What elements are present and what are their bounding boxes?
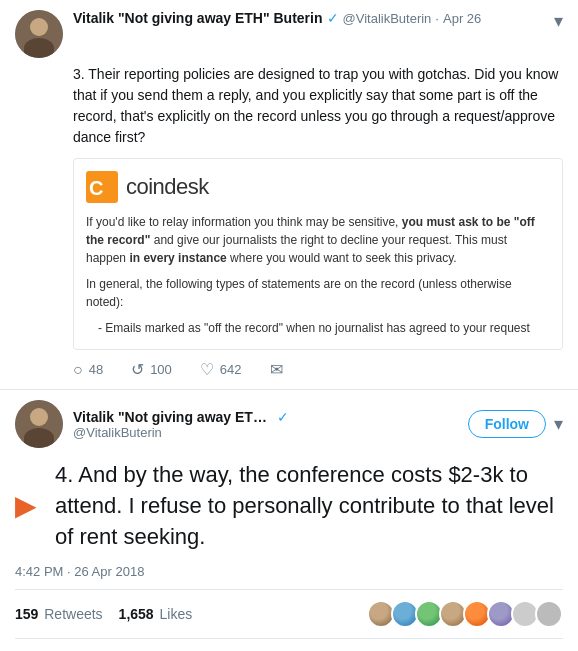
more-menu-2[interactable]: ▾	[554, 413, 563, 435]
tweet-1-actions: ○ 48 ↺ 100 ♡ 642 ✉	[73, 360, 563, 379]
tweet-big-text-2: ▶ 4. And by the way, the conference cost…	[15, 460, 563, 552]
verified-icon-2: ✓	[277, 409, 289, 425]
reply-action-1[interactable]: ○ 48	[73, 361, 103, 379]
coindesk-icon: C	[86, 171, 118, 203]
retweets-count: 159	[15, 606, 38, 622]
reply-icon-1: ○	[73, 361, 83, 379]
coindesk-name: coindesk	[126, 174, 209, 200]
follow-button[interactable]: Follow	[468, 410, 546, 438]
big-text-content: 4. And by the way, the conference costs …	[55, 462, 554, 549]
likes-stat: 1,658 Likes	[119, 606, 193, 622]
tweet-1-header: Vitalik "Not giving away ETH" Buterin ✓ …	[15, 10, 563, 58]
coindesk-logo: C coindesk	[86, 171, 550, 203]
like-action-1[interactable]: ♡ 642	[200, 360, 242, 379]
avatar-1[interactable]	[15, 10, 63, 58]
user-info-2: Vitalik "Not giving away ETH" Bu... ✓ @V…	[73, 409, 468, 440]
tweet-2-header: Vitalik "Not giving away ETH" Bu... ✓ @V…	[15, 400, 563, 448]
quote-body: If you'd like to relay information you t…	[86, 213, 550, 337]
avatar-2[interactable]	[15, 400, 63, 448]
username-2: @VitalikButerin	[73, 425, 468, 440]
quote-list-item-1: - Emails marked as "off the record" when…	[98, 321, 530, 335]
retweet-icon-1: ↺	[131, 360, 144, 379]
tweet-timestamp-2: 4:42 PM · 26 Apr 2018	[15, 564, 563, 579]
reply-count-1: 48	[89, 362, 103, 377]
user-name-row-2: Vitalik "Not giving away ETH" Bu... ✓	[73, 409, 468, 425]
display-name-1[interactable]: Vitalik "Not giving away ETH" Buterin	[73, 10, 323, 26]
quote-para-2: In general, the following types of state…	[86, 275, 550, 311]
avatar-cluster	[367, 600, 563, 628]
user-name-row-1: Vitalik "Not giving away ETH" Buterin ✓ …	[73, 10, 554, 26]
tweet-2-header-right: Follow ▾	[468, 410, 563, 438]
quote-para-1: If you'd like to relay information you t…	[86, 213, 550, 267]
like-icon-1: ♡	[200, 360, 214, 379]
likes-count: 1,658	[119, 606, 154, 622]
more-menu-1[interactable]: ▾	[554, 10, 563, 32]
like-count-1: 642	[220, 362, 242, 377]
likes-label: Likes	[160, 606, 193, 622]
tweet-1: Vitalik "Not giving away ETH" Buterin ✓ …	[0, 0, 578, 390]
liker-avatar-8	[535, 600, 563, 628]
tweet-2: Vitalik "Not giving away ETH" Bu... ✓ @V…	[0, 390, 578, 651]
retweets-label: Retweets	[44, 606, 102, 622]
arrow-icon: ▶	[15, 487, 37, 526]
quote-list: - Emails marked as "off the record" when…	[98, 319, 550, 337]
username-1[interactable]: @VitalikButerin	[343, 11, 432, 26]
retweets-stat: 159 Retweets	[15, 606, 103, 622]
display-name-2[interactable]: Vitalik "Not giving away ETH" Bu...	[73, 409, 273, 425]
tweet-stats-2: 159 Retweets 1,658 Likes	[15, 589, 563, 639]
user-info-1: Vitalik "Not giving away ETH" Buterin ✓ …	[73, 10, 554, 26]
mail-action-1[interactable]: ✉	[270, 360, 283, 379]
tweet-text-1: 3. Their reporting policies are designed…	[73, 64, 563, 148]
tweet-date-1: Apr 26	[443, 11, 481, 26]
svg-text:C: C	[89, 177, 103, 199]
mail-icon-1: ✉	[270, 360, 283, 379]
retweet-action-1[interactable]: ↺ 100	[131, 360, 172, 379]
retweet-count-1: 100	[150, 362, 172, 377]
verified-icon-1: ✓	[327, 10, 339, 26]
quote-card-1: C coindesk If you'd like to relay inform…	[73, 158, 563, 350]
